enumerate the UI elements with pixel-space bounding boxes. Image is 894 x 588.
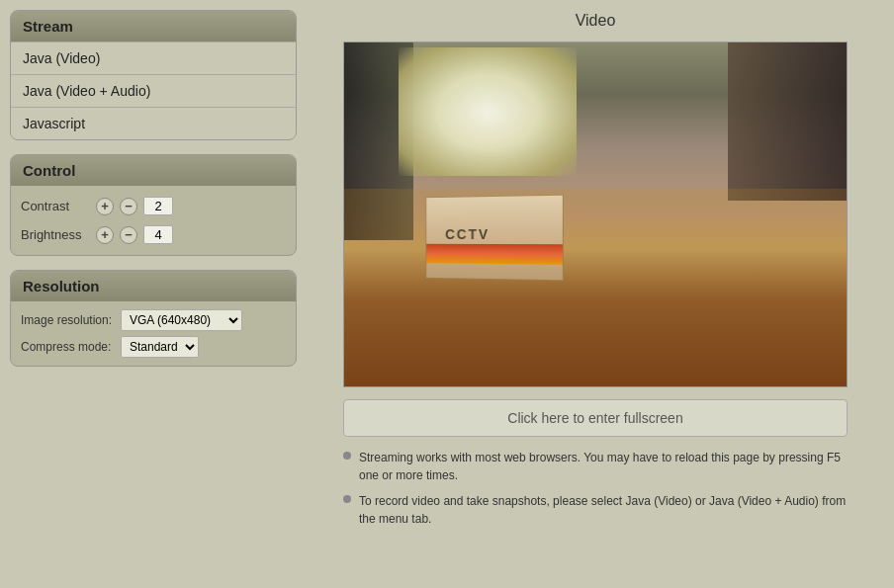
control-panel: Control Contrast + − Brightness + − bbox=[10, 154, 297, 256]
image-resolution-label: Image resolution: bbox=[21, 313, 115, 327]
info-text-1: Streaming works with most web browsers. … bbox=[359, 449, 848, 484]
java-video-audio-link[interactable]: Java (Video + Audio) bbox=[11, 74, 296, 107]
info-item-1: Streaming works with most web browsers. … bbox=[343, 449, 848, 484]
stream-title: Stream bbox=[11, 11, 296, 42]
control-grid: Contrast + − Brightness + − bbox=[11, 186, 296, 255]
contrast-label: Contrast bbox=[21, 199, 90, 213]
brightness-decrease-button[interactable]: − bbox=[120, 226, 137, 244]
page-title: Video bbox=[576, 12, 616, 30]
right-panel: Video CCTV Click here to enter fullscree… bbox=[307, 10, 884, 528]
brightness-value[interactable] bbox=[143, 225, 173, 244]
video-frame: CCTV bbox=[343, 42, 848, 387]
contrast-value[interactable] bbox=[143, 197, 173, 215]
stream-panel: Stream Java (Video) Java (Video + Audio)… bbox=[10, 10, 297, 140]
info-section: Streaming works with most web browsers. … bbox=[343, 449, 848, 528]
image-resolution-select[interactable]: VGA (640x480) QVGA (320x240) SVGA (800x6… bbox=[121, 309, 242, 331]
bullet-icon-2 bbox=[343, 495, 351, 503]
resolution-title: Resolution bbox=[11, 271, 296, 301]
brightness-increase-button[interactable]: + bbox=[96, 226, 114, 244]
resolution-grid: Image resolution: VGA (640x480) QVGA (32… bbox=[11, 301, 296, 366]
scene-window-light bbox=[399, 47, 577, 176]
compress-mode-select[interactable]: Standard High Low bbox=[121, 336, 199, 358]
java-video-link[interactable]: Java (Video) bbox=[11, 42, 296, 74]
video-scene: CCTV bbox=[344, 42, 847, 386]
brightness-label: Brightness bbox=[21, 227, 90, 242]
control-title: Control bbox=[11, 155, 296, 186]
bullet-icon-1 bbox=[343, 452, 351, 460]
scene-desk-surface bbox=[344, 189, 847, 386]
contrast-decrease-button[interactable]: − bbox=[120, 198, 137, 215]
info-text-2: To record video and take snapshots, plea… bbox=[359, 492, 848, 528]
contrast-increase-button[interactable]: + bbox=[96, 198, 114, 215]
resolution-panel: Resolution Image resolution: VGA (640x48… bbox=[10, 270, 297, 367]
contrast-row: Contrast + − bbox=[21, 194, 286, 218]
javascript-link[interactable]: Javascript bbox=[11, 107, 296, 139]
scene-dark-right bbox=[728, 42, 847, 201]
compress-mode-row: Compress mode: Standard High Low bbox=[21, 336, 286, 358]
compress-mode-label: Compress mode: bbox=[21, 340, 115, 354]
brightness-row: Brightness + − bbox=[21, 222, 286, 247]
info-item-2: To record video and take snapshots, plea… bbox=[343, 492, 848, 528]
fullscreen-button[interactable]: Click here to enter fullscreen bbox=[343, 399, 848, 437]
image-resolution-row: Image resolution: VGA (640x480) QVGA (32… bbox=[21, 309, 286, 331]
left-panel: Stream Java (Video) Java (Video + Audio)… bbox=[10, 10, 297, 528]
